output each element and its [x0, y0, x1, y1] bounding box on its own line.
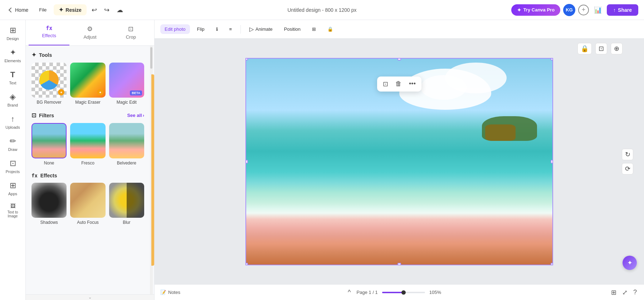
text-icon: T	[10, 70, 15, 79]
text-to-image-label: Text to Image	[3, 210, 23, 218]
resize-button[interactable]: ✦ Resize	[54, 4, 86, 15]
topbar-right: ✦ Try Canva Pro KG + 📊 ↑ Share	[482, 4, 638, 16]
design-label: Design	[6, 36, 19, 41]
sidebar-item-apps[interactable]: ⊞ Apps	[1, 178, 24, 199]
flip-button[interactable]: Flip	[193, 24, 209, 34]
zoom-thumb[interactable]	[401, 290, 406, 295]
notes-button[interactable]: 📝 Notes	[160, 290, 180, 295]
scrollbar-thumb[interactable]	[150, 47, 152, 69]
lock-button[interactable]: 🔒	[323, 24, 337, 34]
expand-view-icon: ⤢	[622, 289, 628, 296]
panel-tabs: fx Effects ⚙ Adjust ⊡ Crop	[26, 20, 154, 46]
filters-grid: None Fresco Belvedere	[31, 123, 144, 165]
try-pro-label: Try Canva Pro	[523, 7, 555, 13]
file-button[interactable]: File	[35, 5, 51, 15]
effect-blur-label: Blur	[123, 220, 130, 225]
add-icon: +	[582, 6, 586, 14]
effect-autofocus-card[interactable]: Auto Focus	[70, 183, 105, 225]
canvas-expand-icon: ⊕	[614, 45, 619, 53]
selection-handle-tm[interactable]	[397, 58, 401, 60]
effect-shadows-card[interactable]: Shadows	[31, 183, 67, 225]
sidebar-item-uploads[interactable]: ↑ Uploads	[1, 112, 24, 132]
rotate-button[interactable]: ↻	[622, 149, 633, 160]
expand-view-btn[interactable]: ⤢	[621, 287, 629, 298]
sidebar-item-brand[interactable]: ◈ Brand	[1, 89, 24, 110]
selection-handle-bm[interactable]	[397, 263, 401, 265]
magic-edit-label: Magic Edit	[117, 100, 137, 105]
resize-label: Resize	[65, 7, 81, 13]
add-collaborator-button[interactable]: +	[578, 5, 589, 15]
info-button[interactable]: ℹ	[212, 24, 222, 34]
selection-handle-bl[interactable]	[245, 263, 248, 265]
refresh-button[interactable]: ⟳	[622, 163, 633, 174]
try-pro-button[interactable]: ✦ Try Canva Pro	[511, 4, 560, 16]
tab-effects[interactable]: fx Effects	[29, 20, 69, 45]
sidebar-item-text[interactable]: T Text	[1, 67, 24, 88]
sidebar-item-projects[interactable]: ⊡ Projects	[1, 156, 24, 177]
panel-collapse-btn[interactable]: ⌄	[26, 294, 154, 300]
crop-tab-label: Crop	[126, 34, 136, 40]
save-button[interactable]: ☁	[114, 4, 125, 16]
sidebar-item-design[interactable]: ⊞ Design	[1, 23, 24, 44]
uploads-icon: ↑	[11, 114, 15, 124]
position-button[interactable]: Position	[280, 24, 305, 34]
undo-icon: ↩	[92, 6, 97, 14]
grid-view-icon: ⊞	[611, 289, 616, 296]
canvas-expand-btn[interactable]: ⊕	[611, 43, 623, 54]
selection-handle-ml[interactable]	[245, 160, 248, 163]
undo-button[interactable]: ↩	[89, 4, 99, 16]
sidebar-item-draw[interactable]: ✏ Draw	[1, 134, 24, 154]
stats-button[interactable]: 📊	[592, 4, 604, 16]
selection-handle-tl[interactable]	[245, 58, 248, 60]
filter-fresco-card[interactable]: Fresco	[70, 123, 105, 165]
crop-tab-icon: ⊡	[128, 25, 133, 33]
selection-handle-br[interactable]	[551, 263, 553, 265]
tab-adjust[interactable]: ⚙ Adjust	[69, 20, 110, 45]
see-all-button[interactable]: See all ›	[127, 113, 144, 118]
img-delete-icon: 🗑	[395, 80, 402, 87]
tab-crop[interactable]: ⊡ Crop	[111, 20, 151, 45]
sidebar-item-text-to-image[interactable]: 🖼 Text to Image	[1, 200, 24, 221]
bottom-center: ^ Page 1 / 1 105%	[186, 287, 604, 297]
magic-edit-card[interactable]: BETA Magic Edit	[109, 63, 144, 105]
canvas-frame[interactable]: ⊡ 🗑 •••	[245, 58, 553, 265]
animate-button[interactable]: ▷ Animate	[245, 24, 277, 35]
redo-button[interactable]: ↪	[102, 4, 112, 16]
lines-button[interactable]: ≡	[225, 24, 236, 34]
image-toolbar: ⊡ 🗑 •••	[377, 77, 421, 92]
filters-section-header: ⊡ Filters See all ›	[31, 112, 144, 119]
design-title: Untitled design - 800 x 1200 px	[287, 7, 356, 13]
elements-icon: ✦	[10, 48, 16, 57]
zoom-level: 105%	[429, 290, 444, 295]
draw-label: Draw	[8, 147, 18, 152]
edit-photo-button[interactable]: Edit photo	[160, 24, 190, 34]
effects-tab-label: Effects	[42, 33, 56, 38]
uploads-label: Uploads	[5, 125, 20, 129]
img-toolbar-more-btn[interactable]: •••	[408, 79, 417, 89]
zoom-slider[interactable]	[382, 292, 425, 293]
img-toolbar-copy-btn[interactable]: ⊡	[381, 79, 390, 89]
help-btn[interactable]: ?	[632, 287, 638, 297]
page-prev-btn[interactable]: ^	[346, 287, 352, 297]
redo-icon: ↪	[104, 6, 109, 14]
bg-remover-card[interactable]: BG Remover	[31, 63, 67, 105]
selection-handle-mr[interactable]	[551, 160, 553, 163]
filter-none-card[interactable]: None	[31, 123, 67, 165]
effect-shadows-label: Shadows	[40, 220, 58, 225]
canvas-lock-btn[interactable]: 🔒	[577, 43, 592, 54]
canva-helper-icon: ✦	[627, 259, 633, 267]
img-toolbar-delete-btn[interactable]: 🗑	[394, 79, 403, 89]
selection-handle-tr[interactable]	[551, 58, 553, 60]
effect-blur-card[interactable]: Blur	[109, 183, 144, 225]
canva-helper-button[interactable]: ✦	[623, 256, 637, 270]
canvas-copy-btn[interactable]: ⊡	[595, 43, 607, 54]
magic-eraser-card[interactable]: Magic Eraser	[70, 63, 105, 105]
filter-belvedere-card[interactable]: Belvedere	[109, 123, 144, 165]
avatar-button[interactable]: KG	[563, 4, 575, 16]
home-button[interactable]: Home	[6, 5, 32, 15]
sidebar-item-elements[interactable]: ✦ Elements	[1, 45, 24, 66]
share-button[interactable]: ↑ Share	[607, 4, 638, 16]
grid-view-btn[interactable]: ⊞	[610, 287, 618, 298]
right-edge-controls: ↻ ⟳	[622, 149, 633, 174]
grid-button[interactable]: ⊞	[308, 24, 320, 34]
